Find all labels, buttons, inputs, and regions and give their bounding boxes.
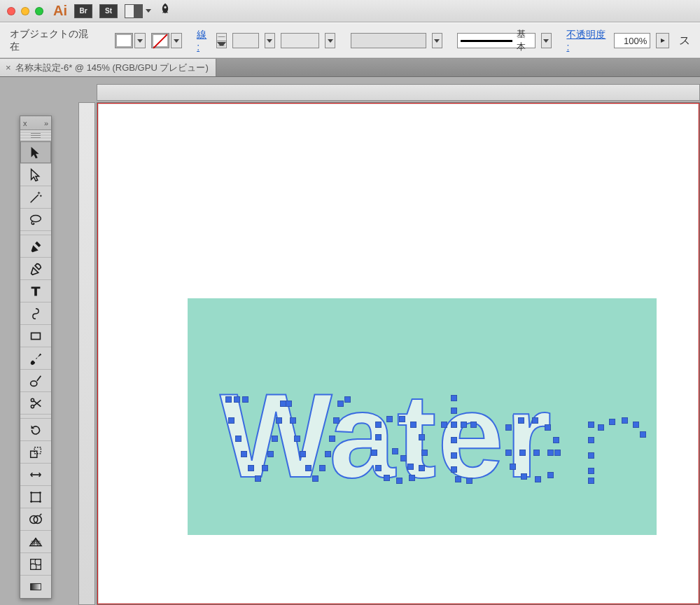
anchor-point[interactable] <box>451 395 457 401</box>
anchor-point[interactable] <box>329 436 335 442</box>
opacity-field[interactable]: 100% <box>614 33 651 48</box>
anchor-point[interactable] <box>337 401 344 407</box>
anchor-point[interactable] <box>319 465 326 471</box>
anchor-point[interactable] <box>400 455 407 461</box>
anchor-point[interactable] <box>419 434 425 440</box>
anchor-point[interactable] <box>588 478 594 484</box>
anchor-point[interactable] <box>451 466 457 473</box>
anchor-point[interactable] <box>518 417 524 424</box>
anchor-point[interactable] <box>505 424 512 431</box>
fill-swatch[interactable] <box>115 33 133 48</box>
anchor-point[interactable] <box>553 437 559 443</box>
stroke-weight-field[interactable] <box>232 33 258 48</box>
anchor-point[interactable] <box>399 416 405 422</box>
perspective-grid-tool[interactable] <box>20 531 51 553</box>
opacity-label-link[interactable]: 不透明度 : <box>566 29 608 53</box>
panel-collapse-icon[interactable]: » <box>44 119 48 127</box>
direct-selection-tool[interactable] <box>20 164 51 186</box>
line-segment-tool[interactable] <box>20 302 51 325</box>
anchor-point[interactable] <box>262 465 268 471</box>
anchor-point[interactable] <box>451 408 457 414</box>
anchor-point[interactable] <box>255 475 261 482</box>
type-tool[interactable] <box>20 280 51 302</box>
zoom-window-button[interactable] <box>35 7 43 15</box>
anchor-point[interactable] <box>286 401 292 407</box>
lasso-tool[interactable] <box>20 209 51 231</box>
anchor-point[interactable] <box>622 417 628 424</box>
anchor-point[interactable] <box>371 450 377 456</box>
anchor-point[interactable] <box>588 452 594 459</box>
anchor-point[interactable] <box>461 422 467 428</box>
anchor-point[interactable] <box>392 448 398 454</box>
document-tab[interactable]: × 名称未設定-6* @ 145% (RGB/GPU プレビュー) <box>0 59 216 76</box>
shape-builder-tool[interactable] <box>20 508 51 531</box>
pen-tool[interactable] <box>20 235 51 258</box>
anchor-point[interactable] <box>588 437 594 443</box>
anchor-point[interactable] <box>375 422 382 428</box>
anchor-point[interactable] <box>300 451 306 457</box>
anchor-point[interactable] <box>248 465 254 471</box>
anchor-point[interactable] <box>267 451 274 457</box>
paintbrush-tool[interactable] <box>20 347 51 370</box>
anchor-point[interactable] <box>325 451 331 457</box>
anchor-point[interactable] <box>344 396 351 403</box>
brush-preset-dropdown[interactable] <box>541 33 552 48</box>
anchor-point[interactable] <box>533 450 540 456</box>
blob-brush-tool[interactable] <box>20 370 51 392</box>
magic-wand-tool[interactable] <box>20 186 51 209</box>
ruler-horizontal[interactable] <box>97 84 700 101</box>
anchor-point[interactable] <box>419 465 425 471</box>
anchor-point[interactable] <box>455 476 461 482</box>
anchor-point[interactable] <box>384 475 390 481</box>
anchor-point[interactable] <box>241 451 247 457</box>
rectangle-tool[interactable] <box>20 325 51 347</box>
stroke-swatch[interactable] <box>151 33 169 48</box>
anchor-point[interactable] <box>554 450 561 456</box>
panel-close-icon[interactable]: x <box>23 119 27 127</box>
anchor-point[interactable] <box>535 476 541 482</box>
anchor-point[interactable] <box>519 450 526 456</box>
anchor-point[interactable] <box>272 436 278 442</box>
anchor-point[interactable] <box>470 422 477 428</box>
background-rect[interactable]: Water Water <box>188 298 657 535</box>
anchor-point[interactable] <box>333 417 340 424</box>
anchor-point[interactable] <box>407 464 414 470</box>
opacity-dropdown[interactable] <box>656 33 669 48</box>
anchor-point[interactable] <box>294 436 300 442</box>
anchor-point[interactable] <box>466 478 472 484</box>
free-transform-tool[interactable] <box>20 486 51 508</box>
anchor-point[interactable] <box>305 465 312 471</box>
brush-definition-field[interactable] <box>351 33 426 48</box>
stroke-label-link[interactable]: 線 : <box>197 29 211 53</box>
width-tool[interactable] <box>20 464 51 486</box>
scale-tool[interactable] <box>20 441 51 464</box>
anchor-point[interactable] <box>225 396 232 403</box>
anchor-point[interactable] <box>545 424 551 431</box>
anchor-point[interactable] <box>242 396 248 403</box>
anchor-point[interactable] <box>421 450 428 456</box>
anchor-point[interactable] <box>234 396 240 403</box>
anchor-point[interactable] <box>609 419 615 425</box>
stroke-picker[interactable] <box>151 33 182 48</box>
scissors-tool[interactable] <box>20 392 51 415</box>
stroke-weight-stepper[interactable] <box>216 33 227 48</box>
close-window-button[interactable] <box>7 7 15 15</box>
anchor-point[interactable] <box>441 422 447 428</box>
variable-width-profile[interactable] <box>281 33 320 48</box>
variable-width-dropdown[interactable] <box>325 33 335 48</box>
anchor-point[interactable] <box>598 424 604 431</box>
canvas-area[interactable]: Water Water <box>97 102 700 605</box>
anchor-point[interactable] <box>633 422 639 428</box>
anchor-point[interactable] <box>276 417 282 424</box>
stroke-weight-dropdown[interactable] <box>265 33 275 48</box>
fill-picker[interactable] <box>115 33 146 48</box>
curvature-tool[interactable] <box>20 258 51 280</box>
stock-button[interactable]: St <box>99 4 118 18</box>
gradient-tool[interactable] <box>20 576 51 598</box>
anchor-point[interactable] <box>640 431 646 438</box>
anchor-point[interactable] <box>547 450 554 456</box>
anchor-point[interactable] <box>451 452 457 459</box>
anchor-point[interactable] <box>375 465 382 471</box>
rotate-tool[interactable] <box>20 419 51 441</box>
anchor-point[interactable] <box>235 436 241 442</box>
